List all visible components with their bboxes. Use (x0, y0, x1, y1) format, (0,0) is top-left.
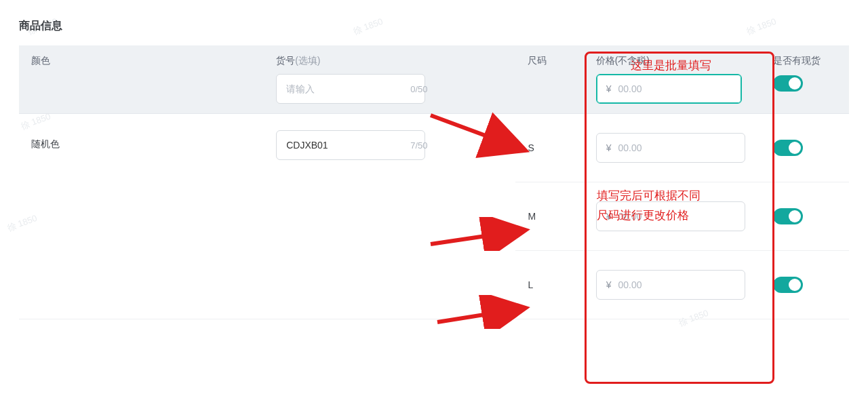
row-price-input-wrap[interactable]: ¥ (596, 133, 745, 163)
row-stock-toggle[interactable] (773, 140, 803, 156)
header-sku-label: 货号 (276, 55, 295, 66)
row-sku-input[interactable] (286, 140, 405, 151)
header-sku-input[interactable] (286, 83, 405, 94)
row-sku-counter: 7/50 (410, 140, 427, 151)
annotation-batch-fill: 这里是批量填写 (631, 58, 711, 73)
header-stock-label: 是否有现货 (773, 55, 821, 66)
row-stock-toggle[interactable] (773, 208, 803, 224)
currency-icon: ¥ (606, 83, 612, 94)
product-table: 颜色 货号(选填) 0/50 尺码 价格(不含税) (19, 45, 849, 319)
row-color: 随机色 (31, 138, 60, 149)
table-row: 随机色 7/50 S ¥ (19, 114, 849, 182)
header-color-label: 颜色 (31, 55, 50, 66)
header-price-input-wrap[interactable]: ¥ (596, 74, 742, 104)
annotation-per-size-edit: 填写完后可根据不同 尺码进行更改价格 (597, 186, 701, 226)
row-size: L (528, 279, 533, 290)
row-sku-input-wrap[interactable]: 7/50 (276, 130, 425, 160)
section-title: 商品信息 (19, 19, 849, 33)
currency-icon: ¥ (606, 142, 612, 153)
header-sku-input-wrap[interactable]: 0/50 (276, 74, 425, 104)
header-color: 颜色 (19, 45, 264, 114)
header-sku: 货号(选填) 0/50 (264, 45, 515, 114)
row-price-input[interactable] (618, 279, 736, 290)
table-header-row: 颜色 货号(选填) 0/50 尺码 价格(不含税) (19, 45, 849, 114)
header-size-label: 尺码 (528, 55, 547, 66)
header-price: 价格(不含税) ¥ (584, 45, 761, 114)
header-size: 尺码 (515, 45, 583, 114)
row-price-input[interactable] (618, 142, 736, 153)
header-stock: 是否有现货 (761, 45, 849, 114)
header-sku-counter: 0/50 (410, 84, 427, 94)
row-size: M (528, 211, 536, 222)
annotation-line1: 填写完后可根据不同 (597, 186, 701, 206)
annotation-line2: 尺码进行更改价格 (597, 206, 701, 226)
header-sku-optional: (选填) (295, 55, 320, 66)
row-price-input-wrap[interactable]: ¥ (596, 270, 745, 300)
header-stock-toggle[interactable] (773, 75, 803, 92)
currency-icon: ¥ (606, 279, 612, 290)
row-stock-toggle[interactable] (773, 277, 803, 293)
row-size: S (528, 142, 534, 153)
header-price-input[interactable] (618, 83, 736, 94)
